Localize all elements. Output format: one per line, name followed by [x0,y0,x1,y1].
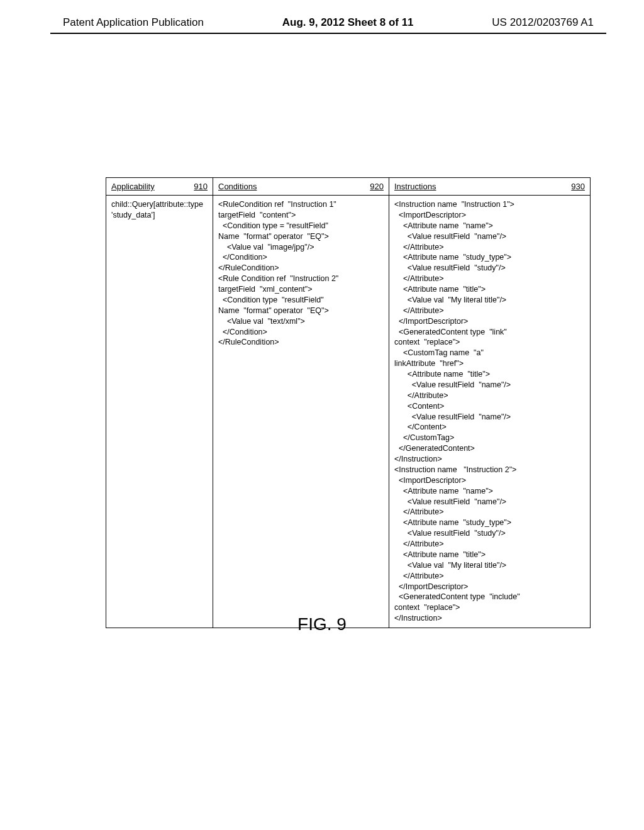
col-ref-num: 920 [370,182,384,191]
table-header-row: Applicability 910 Conditions 920 Instruc… [106,178,591,196]
col-ref-num: 910 [194,182,208,191]
cell-applicability: child::Query[attribute::type 'study_data… [106,196,213,628]
header-rule [50,33,606,34]
col-header-conditions: Conditions 920 [213,178,389,196]
col-label: Applicability [111,182,155,191]
instructions-text: <Instruction name "Instruction 1"> <Impo… [394,199,585,624]
table-row: child::Query[attribute::type 'study_data… [106,196,591,628]
col-label: Instructions [394,182,436,191]
header-left: Patent Application Publication [63,16,204,29]
applicability-text: child::Query[attribute::type 'study_data… [111,199,208,221]
cell-instructions: <Instruction name "Instruction 1"> <Impo… [389,196,591,628]
cell-conditions: <RuleCondition ref "Instruction 1" targe… [213,196,389,628]
col-label: Conditions [218,182,257,191]
figure-caption: FIG. 9 [0,614,644,634]
figure-9-table: Applicability 910 Conditions 920 Instruc… [106,177,591,628]
conditions-text: <RuleCondition ref "Instruction 1" targe… [218,199,384,348]
header-right: US 2012/0203769 A1 [492,16,594,29]
col-ref-num: 930 [571,182,585,191]
col-header-instructions: Instructions 930 [389,178,591,196]
page-header: Patent Application Publication Aug. 9, 2… [63,16,594,29]
header-center: Aug. 9, 2012 Sheet 8 of 11 [282,16,414,29]
col-header-applicability: Applicability 910 [106,178,213,196]
